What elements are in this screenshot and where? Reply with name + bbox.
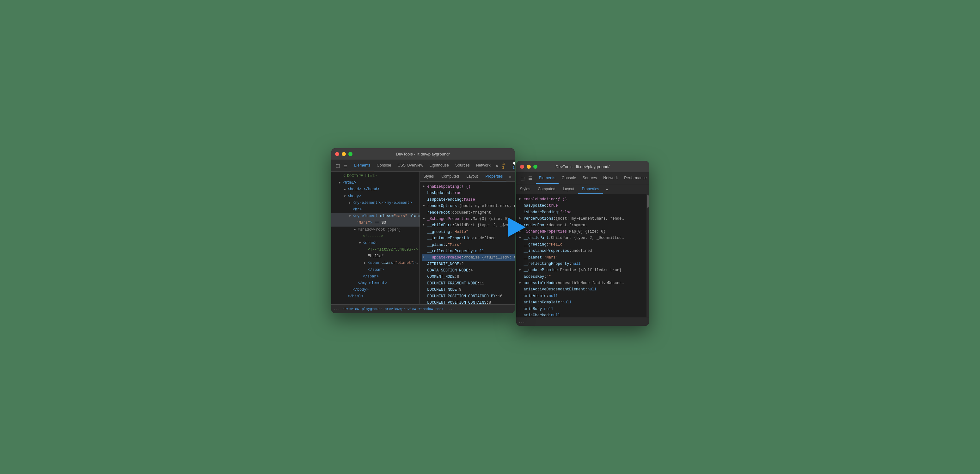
prop-expand-7[interactable]: ▶ xyxy=(423,222,427,227)
prop-key-18: DOCUMENT_POSITION_CONTAINED_BY xyxy=(427,293,496,299)
dom-line-span-open[interactable]: <span> xyxy=(331,240,420,247)
prop-key-3: isUpdatePending xyxy=(427,197,461,203)
prop-key-14: CDATA_SECTION_NODE xyxy=(427,267,468,274)
props-more-2[interactable]: » xyxy=(603,184,611,194)
dom-line-comment-empty[interactable]: <!------> xyxy=(331,233,420,240)
dom-line-body[interactable]: <body> xyxy=(331,193,420,200)
prop-reflectingProperty-1: __reflectingProperty : null xyxy=(422,248,515,254)
props-tab-layout-2[interactable]: Layout xyxy=(559,184,578,194)
prop-expand-w2-1[interactable]: ▶ xyxy=(519,196,524,202)
cursor-icon-1[interactable]: ⬚ xyxy=(335,163,341,169)
devtools-window-2: DevTools - lit.dev/playground/ ⬚ ☰ Eleme… xyxy=(516,161,649,326)
prop-val-w2-6: Map(0) {size: 0} xyxy=(570,229,606,235)
prop-val-w2-13: "" xyxy=(547,274,551,280)
dom-line-span-close-2[interactable]: </span> xyxy=(331,274,420,280)
props-content-2[interactable]: ▶ enableUpdating : ƒ () hasUpdated : tru… xyxy=(516,194,649,317)
traffic-light-yellow-1[interactable] xyxy=(342,152,346,156)
dom-line-lit-comment[interactable]: <!--?lit$927534869$--> xyxy=(331,247,420,253)
prop-key-w2-16: ariaAtomic xyxy=(524,293,547,299)
props-more-1[interactable]: » xyxy=(506,172,514,181)
dom-panel-1[interactable]: <!DOCTYPE html> <html> <head>…</head> <b… xyxy=(331,172,420,304)
dom-line-hello-text[interactable]: "Hello" xyxy=(331,253,420,260)
dom-line-my-element-close[interactable]: </my-element> xyxy=(331,280,420,286)
scrollbar-2[interactable] xyxy=(646,194,649,317)
tab-console-1[interactable]: Console xyxy=(374,159,395,171)
prop-key-w2-9: __instanceProperties xyxy=(524,248,570,254)
status-item-preview[interactable]: playground-preview#preview xyxy=(362,307,416,311)
tab-more-1[interactable]: » xyxy=(494,159,500,171)
prop-reflectingProperty-2: __reflectingProperty : null xyxy=(519,261,646,267)
dom-line-hr[interactable]: <hr> xyxy=(331,206,420,213)
dom-line-my-element-selected-2[interactable]: "Mars"> == $0 xyxy=(331,220,420,226)
tab-elements-2[interactable]: Elements xyxy=(536,172,558,184)
prop-expand-6[interactable]: ▶ xyxy=(423,216,427,221)
prop-val-w2-7: ChildPart {type: 2, _$committed… xyxy=(551,235,624,241)
prop-val-5: document-fragment xyxy=(452,210,491,216)
cursor-icon-2[interactable]: ⬚ xyxy=(520,175,526,181)
dom-line-html-close[interactable]: </html> xyxy=(331,293,420,300)
prop-renderOptions-1: ▶ renderOptions : {host: my-element.mars… xyxy=(422,203,515,209)
dom-line-body-close[interactable]: </body> xyxy=(331,286,420,293)
dom-line-html[interactable]: <html> xyxy=(331,180,420,186)
props-tab-computed-1[interactable]: Computed xyxy=(438,172,463,181)
dom-line-head[interactable]: <head>…</head> xyxy=(331,186,420,193)
prop-val-w2-5: document-fragment xyxy=(549,222,587,229)
tab-performance-2[interactable]: Performance xyxy=(621,172,649,184)
prop-expand-1[interactable]: ▶ xyxy=(423,184,427,189)
layers-icon-2[interactable]: ☰ xyxy=(528,175,533,181)
traffic-light-yellow-2[interactable] xyxy=(527,165,531,169)
prop-val-18: 16 xyxy=(498,293,502,299)
props-tab-styles-1[interactable]: Styles xyxy=(420,172,438,181)
prop-key-17: DOCUMENT_NODE xyxy=(427,286,457,293)
traffic-light-red-1[interactable] xyxy=(335,152,339,156)
dom-line-span-close[interactable]: </span> xyxy=(331,267,420,274)
prop-expand-w2-14[interactable]: ▶ xyxy=(519,280,524,285)
dom-line-span-planet[interactable]: <span class="planet">… xyxy=(331,260,420,266)
tab-elements-1[interactable]: Elements xyxy=(351,159,374,171)
prop-key-w2-7: __childPart xyxy=(524,235,549,241)
prop-key-w2-14: accessibleNode xyxy=(524,280,556,286)
dom-line-doctype[interactable]: <!DOCTYPE html> xyxy=(331,173,420,180)
prop-key-w2-4: renderOptions xyxy=(524,216,554,222)
tab-sources-2[interactable]: Sources xyxy=(579,172,600,184)
tab-bar-1: ⬚ ☰ Elements Console CSS Overview Lighth… xyxy=(331,159,515,172)
prop-isUpdatePending-1: isUpdatePending : false xyxy=(422,197,515,203)
prop-val-w2-15: null xyxy=(587,286,597,293)
prop-expand-w2-12[interactable]: ▶ xyxy=(519,267,524,272)
traffic-light-red-2[interactable] xyxy=(520,165,524,169)
prop-val-w2-9: undefined xyxy=(571,248,592,254)
prop-renderRoot-1: renderRoot : document-fragment xyxy=(422,210,515,216)
prop-key-w2-3: isUpdatePending xyxy=(524,209,558,216)
prop-key-w2-5: renderRoot xyxy=(524,222,547,229)
tab-network-2[interactable]: Network xyxy=(600,172,621,184)
prop-expand-12[interactable]: ▶ xyxy=(423,254,427,260)
tab-lighthouse-1[interactable]: Lighthouse xyxy=(426,159,452,171)
tab-console-2[interactable]: Console xyxy=(558,172,579,184)
prop-expand-4[interactable]: ▶ xyxy=(423,203,427,208)
prop-key-w2-6: _$changedProperties xyxy=(524,229,567,235)
dom-line-my-element-selected[interactable]: <my-element class="mars" planet= xyxy=(331,213,420,220)
props-tab-properties-2[interactable]: Properties xyxy=(578,184,603,194)
prop-val-1: ƒ () xyxy=(461,184,471,190)
prop-changedProperties-2: ▶ _$changedProperties : Map(0) {size: 0} xyxy=(519,229,646,235)
badge-warning-1: ⚠ 3 xyxy=(500,161,509,170)
tab-network-1[interactable]: Network xyxy=(473,159,494,171)
traffic-light-green-1[interactable] xyxy=(348,152,353,156)
tab-sources-1[interactable]: Sources xyxy=(452,159,473,171)
dom-line-shadow-root[interactable]: #shadow-root (open) xyxy=(331,227,420,233)
tab-css-overview-1[interactable]: CSS Overview xyxy=(394,159,426,171)
dom-line-my-element-1[interactable]: <my-element>…</my-element> xyxy=(331,200,420,206)
prop-ariaAtomic-2: ariaAtomic : null xyxy=(519,293,646,299)
tab-bar-icons-1: ⬚ ☰ xyxy=(332,159,351,171)
props-tab-properties-1[interactable]: Properties xyxy=(482,172,507,181)
props-tab-layout-1[interactable]: Layout xyxy=(463,172,482,181)
scrollbar-thumb-2[interactable] xyxy=(647,195,649,208)
status-item-dpreview[interactable]: dPreview xyxy=(342,307,359,311)
props-tab-styles-2[interactable]: Styles xyxy=(516,184,534,194)
prop-cdataSectionNode-1: CDATA_SECTION_NODE : 4 xyxy=(422,267,515,274)
layers-icon-1[interactable]: ☰ xyxy=(343,163,348,169)
traffic-light-green-2[interactable] xyxy=(533,165,538,169)
props-content-1[interactable]: ▶ enableUpdating : ƒ () hasUpdated : tru… xyxy=(420,182,515,304)
props-tab-computed-2[interactable]: Computed xyxy=(534,184,559,194)
status-item-shadow-root[interactable]: #shadow-root xyxy=(418,307,444,311)
